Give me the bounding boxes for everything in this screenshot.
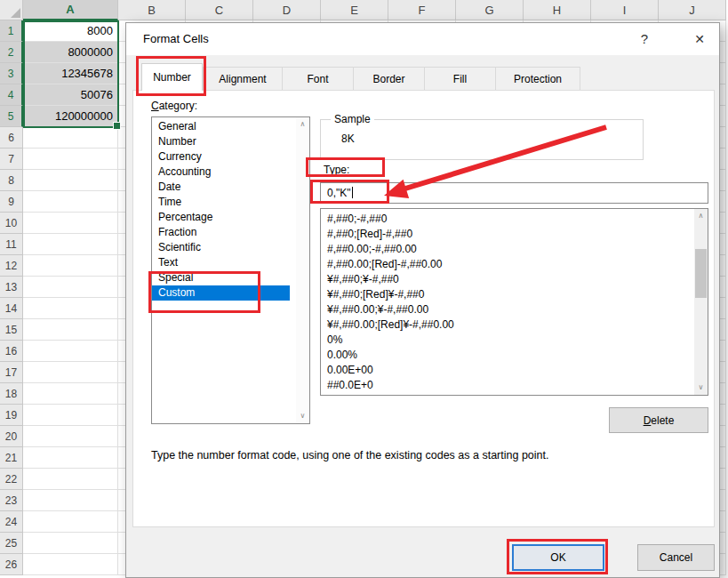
select-all-button[interactable] — [0, 0, 23, 20]
tab-fill[interactable]: Fill — [425, 67, 496, 91]
column-header-B[interactable]: B — [118, 0, 186, 20]
format-code-item[interactable]: 0.00% — [321, 348, 683, 363]
column-header-A[interactable]: A — [23, 0, 118, 20]
category-item-general[interactable]: General — [152, 119, 290, 134]
format-code-item[interactable]: #,##0.00;-#,##0.00 — [321, 242, 683, 257]
tab-number[interactable]: Number — [141, 63, 203, 91]
row-header-5[interactable]: 5 — [0, 106, 23, 127]
format-code-item[interactable]: #,##0.00;[Red]-#,##0.00 — [321, 257, 683, 272]
category-scrollbar[interactable]: ∧ ∨ — [296, 117, 309, 423]
cell-A22[interactable] — [23, 469, 118, 490]
cell-A18[interactable] — [23, 383, 118, 405]
cell-A6[interactable] — [23, 127, 118, 149]
cell-A16[interactable] — [23, 341, 118, 362]
row-header-10[interactable]: 10 — [0, 213, 23, 234]
category-item-percentage[interactable]: Percentage — [152, 210, 290, 225]
cell-A13[interactable] — [23, 277, 118, 298]
dialog-help-button[interactable]: ? — [630, 23, 659, 55]
row-header-4[interactable]: 4 — [0, 84, 23, 106]
cell-A10[interactable] — [23, 213, 118, 234]
column-header-H[interactable]: H — [524, 0, 591, 20]
category-item-custom[interactable]: Custom — [152, 285, 290, 301]
format-code-item[interactable]: ¥#,##0;[Red]¥-#,##0 — [321, 287, 683, 302]
row-header-8[interactable]: 8 — [0, 170, 23, 191]
cell-A9[interactable] — [23, 191, 118, 213]
format-code-item[interactable]: ##0.0E+0 — [321, 378, 683, 393]
cell-A17[interactable] — [23, 362, 118, 383]
category-item-number[interactable]: Number — [152, 134, 290, 149]
row-header-7[interactable]: 7 — [0, 149, 23, 170]
column-header-E[interactable]: E — [321, 0, 388, 20]
cell-A21[interactable] — [23, 447, 118, 469]
category-item-currency[interactable]: Currency — [152, 149, 290, 165]
cancel-button[interactable]: Cancel — [637, 544, 715, 571]
cell-A15[interactable] — [23, 319, 118, 341]
scrollbar-thumb[interactable] — [695, 249, 707, 298]
cell-A1[interactable]: 8000 — [23, 20, 118, 42]
scroll-down-icon[interactable]: ∨ — [296, 409, 309, 423]
close-icon[interactable]: ✕ — [685, 23, 714, 55]
column-header-J[interactable]: J — [659, 0, 726, 20]
column-header-I[interactable]: I — [591, 0, 659, 20]
column-header-C[interactable]: C — [186, 0, 253, 20]
row-header-26[interactable]: 26 — [0, 554, 23, 575]
row-header-14[interactable]: 14 — [0, 298, 23, 319]
cell-A4[interactable]: 50076 — [23, 84, 118, 106]
row-header-13[interactable]: 13 — [0, 277, 23, 298]
format-codes-listbox[interactable]: #,##0;-#,##0#,##0;[Red]-#,##0#,##0.00;-#… — [320, 208, 708, 396]
row-header-3[interactable]: 3 — [0, 63, 23, 84]
tab-alignment[interactable]: Alignment — [203, 67, 283, 91]
cell-A8[interactable] — [23, 170, 118, 191]
column-header-D[interactable]: D — [253, 0, 321, 20]
row-header-2[interactable]: 2 — [0, 42, 23, 63]
column-header-G[interactable]: G — [456, 0, 524, 20]
category-item-scientific[interactable]: Scientific — [152, 240, 290, 255]
category-item-accounting[interactable]: Accounting — [152, 165, 290, 180]
type-input[interactable]: 0,"K" — [320, 182, 708, 204]
row-header-23[interactable]: 23 — [0, 490, 23, 511]
fill-handle[interactable] — [113, 122, 121, 130]
row-header-12[interactable]: 12 — [0, 255, 23, 277]
ok-button[interactable]: OK — [512, 544, 604, 571]
cell-A11[interactable] — [23, 234, 118, 255]
format-code-item[interactable]: 0.00E+00 — [321, 363, 683, 378]
cell-A26[interactable] — [23, 554, 118, 575]
category-item-text[interactable]: Text — [152, 255, 290, 270]
row-header-18[interactable]: 18 — [0, 383, 23, 405]
row-header-9[interactable]: 9 — [0, 191, 23, 213]
cell-A20[interactable] — [23, 426, 118, 447]
cell-A12[interactable] — [23, 255, 118, 277]
cell-A3[interactable]: 12345678 — [23, 63, 118, 84]
row-header-1[interactable]: 1 — [0, 20, 23, 42]
row-header-20[interactable]: 20 — [0, 426, 23, 447]
category-item-fraction[interactable]: Fraction — [152, 225, 290, 240]
format-code-item[interactable]: 0% — [321, 333, 683, 348]
row-header-25[interactable]: 25 — [0, 533, 23, 554]
cell-A23[interactable] — [23, 490, 118, 511]
format-code-item[interactable]: ¥#,##0;¥-#,##0 — [321, 272, 683, 287]
column-header-F[interactable]: F — [388, 0, 456, 20]
cell-A19[interactable] — [23, 405, 118, 426]
category-item-time[interactable]: Time — [152, 195, 290, 210]
scroll-up-icon[interactable]: ∧ — [296, 117, 309, 132]
format-codes-scrollbar[interactable]: ∧ ∨ — [694, 209, 708, 395]
tab-protection[interactable]: Protection — [496, 67, 580, 91]
row-header-21[interactable]: 21 — [0, 447, 23, 469]
row-header-16[interactable]: 16 — [0, 341, 23, 362]
scroll-up-icon[interactable]: ∧ — [694, 209, 708, 223]
cell-A7[interactable] — [23, 149, 118, 170]
delete-button[interactable]: Delete — [609, 407, 708, 433]
row-header-19[interactable]: 19 — [0, 405, 23, 426]
row-header-6[interactable]: 6 — [0, 127, 23, 149]
scroll-down-icon[interactable]: ∨ — [694, 381, 708, 395]
format-code-item[interactable]: ¥#,##0.00;¥-#,##0.00 — [321, 302, 683, 317]
row-header-22[interactable]: 22 — [0, 469, 23, 490]
format-code-item[interactable]: ¥#,##0.00;[Red]¥-#,##0.00 — [321, 317, 683, 333]
category-item-date[interactable]: Date — [152, 180, 290, 195]
row-header-17[interactable]: 17 — [0, 362, 23, 383]
cell-A14[interactable] — [23, 298, 118, 319]
category-listbox[interactable]: GeneralNumberCurrencyAccountingDateTimeP… — [151, 116, 310, 424]
tab-font[interactable]: Font — [283, 67, 354, 91]
format-code-item[interactable]: #,##0;-#,##0 — [321, 212, 683, 227]
row-header-11[interactable]: 11 — [0, 234, 23, 255]
